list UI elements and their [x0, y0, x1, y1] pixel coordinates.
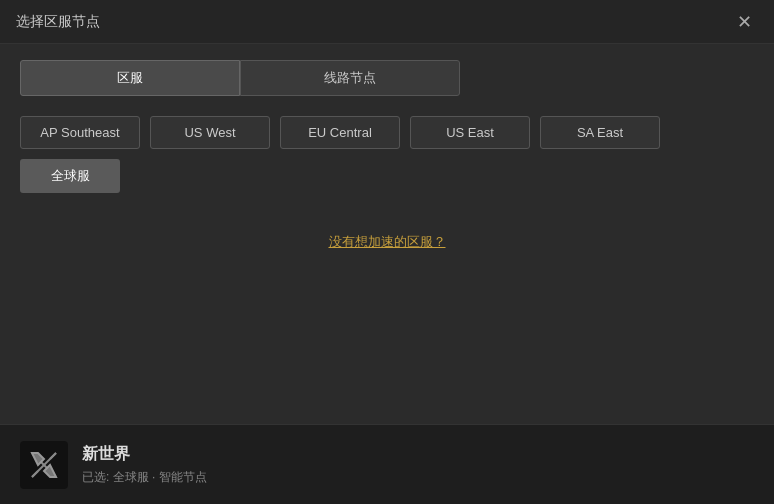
game-icon-svg — [28, 449, 60, 481]
tab-bar: 区服 线路节点 — [0, 44, 774, 96]
region-us-east[interactable]: US East — [410, 116, 530, 149]
game-status: 已选: 全球服 · 智能节点 — [82, 469, 207, 486]
no-accel-link[interactable]: 没有想加速的区服？ — [20, 233, 754, 251]
game-info: 新世界 已选: 全球服 · 智能节点 — [82, 444, 207, 486]
region-grid: AP Southeast US West EU Central US East … — [20, 116, 754, 149]
svg-line-2 — [32, 471, 38, 477]
content-area: AP Southeast US West EU Central US East … — [0, 96, 774, 424]
tab-route[interactable]: 线路节点 — [240, 60, 460, 96]
region-sa-east[interactable]: SA East — [540, 116, 660, 149]
svg-line-3 — [50, 453, 56, 459]
game-icon — [20, 441, 68, 489]
footer: 新世界 已选: 全球服 · 智能节点 — [0, 424, 774, 504]
dialog-title: 选择区服节点 — [16, 13, 100, 31]
tab-region[interactable]: 区服 — [20, 60, 240, 96]
dialog: 选择区服节点 ✕ 区服 线路节点 AP Southeast US West EU… — [0, 0, 774, 504]
global-server-button[interactable]: 全球服 — [20, 159, 120, 193]
game-name: 新世界 — [82, 444, 207, 465]
region-eu-central[interactable]: EU Central — [280, 116, 400, 149]
close-button[interactable]: ✕ — [731, 11, 758, 33]
region-us-west[interactable]: US West — [150, 116, 270, 149]
region-ap-southeast[interactable]: AP Southeast — [20, 116, 140, 149]
title-bar: 选择区服节点 ✕ — [0, 0, 774, 44]
